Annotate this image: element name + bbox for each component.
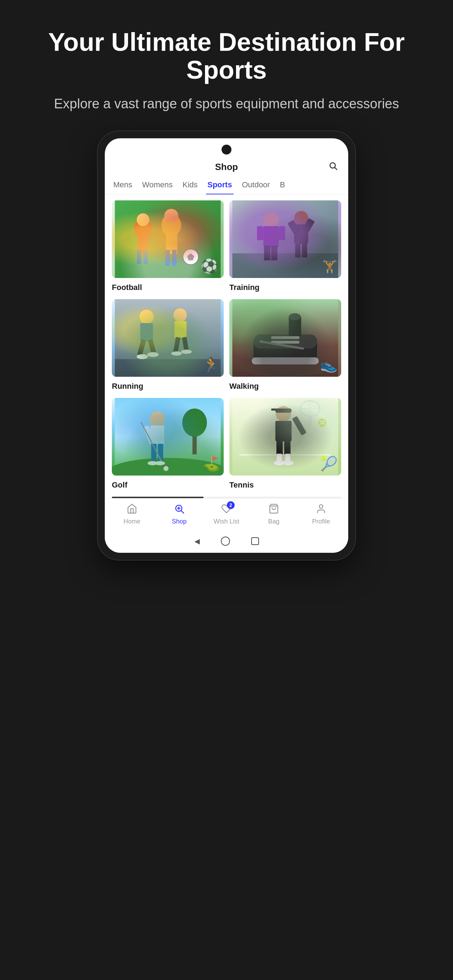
svg-point-56 [149, 411, 165, 427]
svg-rect-9 [166, 233, 178, 254]
svg-point-79 [300, 401, 320, 416]
category-tabs: Mens Womens Kids Sports Outdoor B [105, 176, 348, 195]
profile-icon [316, 503, 326, 517]
svg-rect-48 [271, 336, 300, 339]
nav-item-home[interactable]: Home [118, 503, 146, 525]
svg-point-80 [300, 401, 320, 416]
wishlist-badge: 2 [227, 501, 235, 509]
svg-point-5 [137, 213, 149, 226]
svg-rect-58 [151, 444, 157, 462]
svg-line-86 [181, 511, 184, 513]
svg-rect-15 [232, 200, 339, 278]
svg-rect-16 [232, 253, 339, 278]
svg-rect-83 [308, 415, 312, 426]
walking-label: Walking [229, 380, 341, 392]
svg-rect-32 [140, 323, 153, 341]
svg-rect-18 [264, 226, 279, 247]
wishlist-label: Wish List [213, 518, 239, 525]
tab-outdoor[interactable]: Outdoor [241, 176, 272, 195]
svg-point-13 [183, 249, 199, 264]
tab-womens[interactable]: Womens [141, 176, 174, 195]
svg-point-31 [140, 310, 154, 324]
svg-point-44 [240, 356, 331, 377]
tab-kids[interactable]: Kids [181, 176, 199, 195]
svg-rect-57 [150, 425, 164, 445]
svg-rect-30 [115, 359, 221, 377]
svg-point-77 [283, 460, 294, 465]
product-card-walking[interactable]: Walking [229, 299, 341, 392]
svg-rect-46 [254, 334, 317, 348]
phone-nav-bar: ◀ [105, 531, 348, 553]
product-card-tennis[interactable]: Tennis [229, 398, 341, 491]
recents-button[interactable] [251, 537, 259, 545]
bottom-nav: Home Shop 2 [105, 498, 348, 531]
product-card-running[interactable]: Running [112, 299, 224, 392]
svg-rect-11 [165, 250, 170, 266]
svg-rect-24 [294, 224, 308, 244]
svg-rect-4 [138, 235, 149, 255]
svg-rect-45 [254, 334, 317, 363]
svg-rect-29 [115, 299, 221, 377]
svg-line-61 [141, 422, 164, 467]
svg-rect-47 [252, 357, 319, 364]
search-button[interactable] [329, 161, 338, 172]
product-card-training[interactable]: Training [229, 200, 341, 294]
svg-rect-21 [257, 226, 264, 240]
svg-point-55 [183, 409, 207, 437]
wishlist-icon: 2 [221, 503, 232, 517]
tab-sports[interactable]: Sports [206, 176, 234, 195]
svg-point-64 [148, 461, 158, 465]
bag-label: Bag [268, 518, 280, 525]
svg-rect-73 [285, 440, 291, 454]
hero-subtitle: Explore a vast range of sports equipment… [35, 95, 418, 113]
svg-rect-59 [158, 444, 163, 462]
svg-rect-52 [115, 398, 221, 476]
scroll-indicator [112, 497, 341, 498]
product-image-running [112, 299, 224, 377]
svg-rect-62 [162, 465, 169, 468]
svg-point-63 [164, 466, 168, 471]
back-button[interactable]: ◀ [194, 537, 200, 546]
svg-point-53 [112, 458, 224, 476]
svg-line-1 [335, 167, 337, 170]
svg-rect-7 [144, 250, 148, 264]
app-header: Shop [105, 158, 348, 176]
svg-marker-14 [188, 253, 194, 260]
svg-point-42 [181, 350, 192, 354]
nav-item-shop[interactable]: Shop [165, 503, 193, 525]
nav-item-profile[interactable]: Profile [307, 503, 335, 525]
home-gesture-button[interactable] [221, 536, 230, 546]
running-label: Running [112, 380, 224, 392]
svg-rect-19 [264, 245, 270, 260]
svg-rect-72 [277, 440, 283, 454]
product-image-walking [229, 299, 341, 377]
product-card-golf[interactable]: Golf [112, 398, 224, 491]
svg-rect-71 [275, 421, 292, 441]
golf-label: Golf [112, 479, 224, 491]
home-icon [127, 503, 137, 517]
product-image-tennis [229, 398, 341, 476]
svg-point-36 [148, 352, 159, 357]
svg-rect-60 [143, 425, 154, 444]
nav-item-wishlist[interactable]: 2 Wish List [212, 503, 241, 525]
svg-rect-54 [192, 426, 197, 454]
svg-rect-12 [172, 250, 177, 266]
svg-rect-67 [240, 454, 331, 455]
training-label: Training [229, 282, 341, 294]
product-card-football[interactable]: Football [112, 200, 224, 294]
svg-rect-20 [271, 245, 278, 260]
svg-point-8 [162, 214, 181, 236]
svg-point-37 [173, 308, 187, 322]
product-image-training [229, 200, 341, 278]
svg-rect-28 [302, 218, 315, 232]
products-grid: Football [105, 195, 348, 497]
svg-rect-2 [115, 200, 221, 278]
nav-item-bag[interactable]: Bag [260, 503, 288, 525]
svg-rect-69 [275, 409, 292, 413]
svg-rect-26 [302, 243, 307, 258]
svg-point-84 [318, 418, 327, 427]
hero-section: Your Ultimate Destination For Sports Exp… [0, 28, 453, 114]
svg-rect-33 [137, 339, 146, 356]
tab-brands[interactable]: B [278, 176, 286, 195]
tab-mens[interactable]: Mens [112, 176, 134, 195]
